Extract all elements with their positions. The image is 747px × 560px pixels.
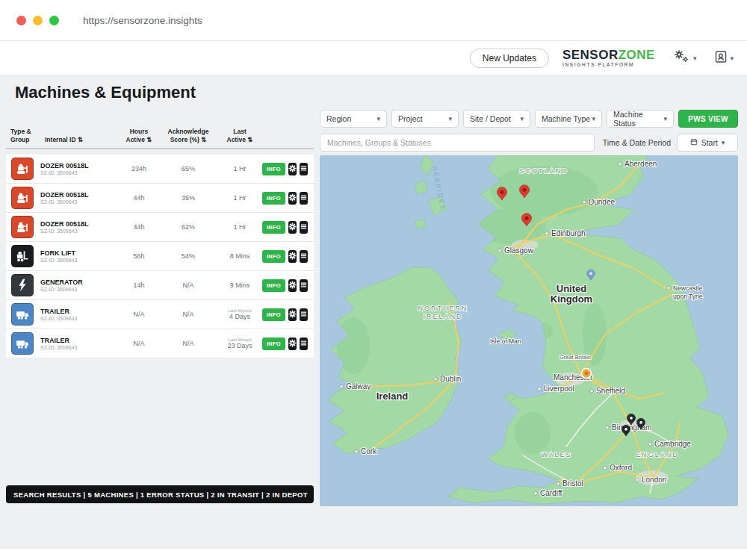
- machine-sz-id: SZ-ID: 3509643: [40, 287, 118, 292]
- map-label: Ireland: [376, 391, 409, 402]
- map[interactable]: SCOTLANDAberdeenDundeeEdinburghGlasgowHE…: [320, 155, 738, 506]
- list-icon: [300, 249, 308, 263]
- machine-type-dozer-icon: [11, 216, 34, 238]
- close-button[interactable]: [16, 16, 26, 25]
- last-active-value: 1 Hr: [217, 194, 263, 202]
- row-menu-button[interactable]: [300, 279, 308, 292]
- machine-sz-id: SZ-ID: 3509643: [40, 345, 118, 350]
- list-icon: [300, 337, 308, 350]
- filter-dropdown-machine-status[interactable]: Machine Status▾: [607, 110, 674, 128]
- logo-sensor: SENSOR: [562, 48, 619, 62]
- search-row: Time & Date Period Start ▾: [320, 134, 738, 152]
- row-menu-button[interactable]: [300, 221, 308, 234]
- row-menu-button[interactable]: [300, 163, 308, 175]
- gear-icon: [288, 337, 297, 350]
- machine-name: GENERATOR: [40, 279, 118, 286]
- pws-view-button[interactable]: PWS VIEW: [678, 110, 738, 128]
- browser-chrome: https://sensorzone.insights: [0, 0, 747, 41]
- calendar-icon: [690, 138, 698, 147]
- minimize-button[interactable]: [33, 16, 43, 25]
- map-label: Dublin: [440, 375, 461, 383]
- info-button[interactable]: INFO: [262, 279, 285, 292]
- address-bar[interactable]: https://sensorzone.insights: [83, 15, 202, 26]
- map-label: ENGLAND: [636, 451, 679, 458]
- column-header[interactable]: Acknowledge Score (%) ⇅: [160, 128, 217, 144]
- filter-dropdown-machine-type[interactable]: Machine Type▾: [535, 110, 602, 128]
- row-settings-button[interactable]: [288, 308, 297, 321]
- map-label: SCOTLAND: [519, 167, 568, 175]
- acknowledge-score-value: N/A: [160, 281, 217, 289]
- machine-type-generator-icon: [11, 274, 34, 296]
- start-date-dropdown[interactable]: Start ▾: [677, 134, 738, 152]
- dropdown-label: Machine Type: [542, 114, 590, 123]
- info-button[interactable]: INFO: [262, 163, 285, 175]
- last-active-value: 9 Mins: [217, 281, 263, 289]
- map-label: Birmingham: [612, 423, 651, 432]
- city-dot: [340, 385, 343, 388]
- city-dot: [583, 201, 586, 204]
- row-settings-button[interactable]: [288, 337, 297, 350]
- chevron-down-icon: ▾: [663, 115, 667, 122]
- info-button[interactable]: INFO: [262, 250, 285, 263]
- city-dot: [667, 287, 670, 290]
- filter-dropdown-project[interactable]: Project▾: [391, 110, 459, 128]
- city-dot: [606, 426, 609, 429]
- info-button[interactable]: INFO: [262, 221, 285, 234]
- machine-row[interactable]: DOZER 00518LSZ-ID: 350964344h35%1 HrINFO: [6, 184, 314, 213]
- row-settings-button[interactable]: [288, 163, 297, 175]
- dropdown-label: Region: [326, 114, 351, 123]
- map-label: Cambridge: [654, 440, 691, 448]
- column-header[interactable]: Internal ID ⇅: [40, 136, 118, 144]
- last-active-value: 8 Mins: [217, 252, 263, 260]
- row-menu-button[interactable]: [300, 337, 308, 350]
- machine-row[interactable]: GENERATORSZ-ID: 350964314hN/A9 MinsINFO: [6, 271, 314, 300]
- hours-active-value: 44h: [118, 223, 160, 231]
- machine-row[interactable]: TRAILERSZ-ID: 3509643N/AN/ALast Moved23 …: [6, 329, 314, 358]
- profile-menu[interactable]: ▾: [714, 50, 734, 66]
- zoom-button[interactable]: [49, 16, 59, 25]
- hours-active-value: 14h: [118, 281, 160, 289]
- machine-name: TRAILER: [40, 337, 118, 344]
- machines-table: DOZER 00518LSZ-ID: 3509643234h65%1 HrINF…: [6, 155, 314, 358]
- chevron-down-icon: ▾: [722, 139, 725, 146]
- row-settings-button[interactable]: [288, 250, 297, 263]
- machine-row[interactable]: FORK LIFTSZ-ID: 350964356h54%8 MinsINFO: [6, 242, 314, 271]
- column-header: Type & Group: [6, 128, 40, 144]
- chevron-down-icon: ▾: [376, 115, 380, 122]
- gear-icon: [288, 220, 297, 234]
- dropdown-label: Site / Depot: [470, 114, 511, 123]
- column-header[interactable]: Hours Active ⇅: [118, 128, 160, 144]
- machine-row[interactable]: DOZER 00518LSZ-ID: 350964344h62%1 HrINFO: [6, 213, 314, 242]
- map-label: Bristol: [562, 479, 583, 488]
- row-settings-button[interactable]: [288, 279, 297, 292]
- hours-active-value: 234h: [118, 165, 160, 172]
- machines-search-input[interactable]: [327, 138, 587, 147]
- row-menu-button[interactable]: [300, 192, 308, 205]
- map-label: Edinburgh: [551, 229, 586, 237]
- list-icon: [300, 162, 308, 175]
- map-label: NORTHERNIRELAND: [418, 305, 468, 320]
- new-updates-button[interactable]: New Updates: [470, 49, 549, 68]
- city-dot: [557, 482, 560, 485]
- row-settings-button[interactable]: [288, 221, 297, 234]
- info-button[interactable]: INFO: [262, 192, 285, 205]
- machine-row[interactable]: DOZER 00518LSZ-ID: 3509643234h65%1 HrINF…: [6, 155, 314, 184]
- map-label: London: [642, 476, 666, 484]
- dropdown-label: Machine Status: [613, 110, 663, 128]
- row-settings-button[interactable]: [288, 192, 297, 205]
- row-menu-button[interactable]: [300, 308, 308, 321]
- machine-row[interactable]: TRAILERSZ-ID: 3509643N/AN/ALast Moved4 D…: [6, 300, 314, 329]
- column-header[interactable]: Last Active ⇅: [217, 128, 263, 144]
- machine-name: DOZER 00518L: [40, 191, 118, 199]
- machine-type-dozer-icon: [11, 187, 34, 209]
- map-marker-orange-dot[interactable]: [582, 369, 592, 379]
- profile-card-icon: [714, 50, 728, 66]
- info-button[interactable]: INFO: [262, 337, 285, 350]
- row-menu-button[interactable]: [300, 250, 308, 263]
- last-active-value: 1 Hr: [217, 165, 263, 172]
- filter-dropdown-site-depot[interactable]: Site / Depot▾: [463, 110, 530, 128]
- filter-dropdown-region[interactable]: Region▾: [320, 110, 387, 128]
- settings-menu[interactable]: ▾: [673, 49, 697, 67]
- info-button[interactable]: INFO: [262, 308, 285, 321]
- list-icon: [300, 191, 308, 205]
